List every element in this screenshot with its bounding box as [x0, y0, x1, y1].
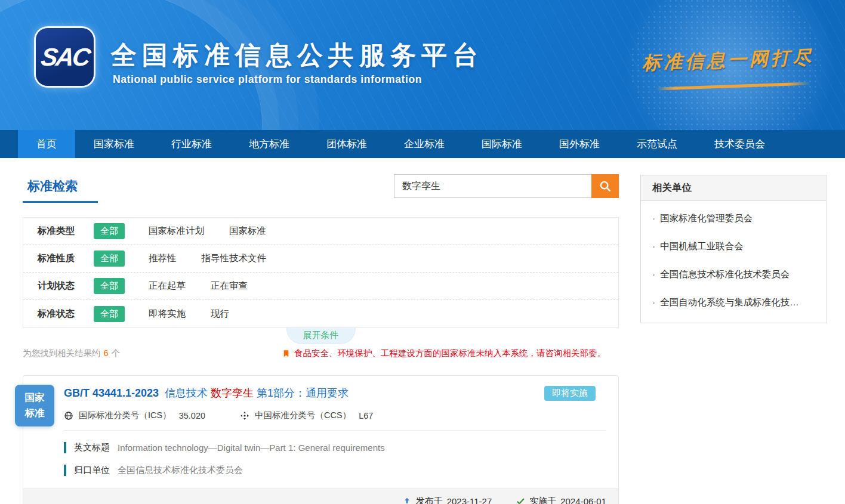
page-title: 标准检索	[23, 173, 78, 194]
filter-option[interactable]: 即将实施	[149, 308, 186, 320]
card-meta-row: 国际标准分类号（ICS） 35.020 中国标准分	[64, 410, 606, 421]
filter-option[interactable]: 正在起草	[149, 280, 186, 292]
nav-tab-2[interactable]: 国家标准	[75, 130, 153, 158]
sidebar-item[interactable]: 全国信息技术标准化技术委员会	[641, 261, 826, 289]
committee-value: 全国信息技术标准化技术委员会	[118, 465, 243, 476]
nav-tab-9[interactable]: 示范试点	[618, 130, 696, 158]
sidebar-item[interactable]: 国家标准化管理委员会	[641, 205, 826, 233]
filter-row: 标准性质全部推荐性指导性技术文件	[23, 245, 618, 273]
nav-tab-7[interactable]: 国际标准	[463, 130, 541, 158]
ccs-value: L67	[359, 411, 373, 420]
english-title-value: Information technology—Digital twin—Part…	[118, 443, 385, 453]
nav-tab-4[interactable]: 地方标准	[230, 130, 308, 158]
standard-title-link[interactable]: GB/T 43441.1-2023信息技术数字孪生第1部分：通用要求	[64, 386, 351, 400]
left-column: 标准检索 标准类型全部国家标准计划国家标准标准性质全部推荐性指导性技术文件计划状…	[23, 173, 619, 504]
site-subtitle: National public service platform for sta…	[113, 73, 422, 86]
publish-upload-icon	[402, 497, 412, 504]
search-button[interactable]	[591, 174, 619, 198]
filter-option[interactable]: 指导性技术文件	[202, 252, 267, 265]
filter-option[interactable]: 国家标准计划	[149, 225, 204, 237]
sac-logo[interactable]: SAC	[36, 28, 94, 86]
globe-icon	[64, 411, 73, 420]
summary-suffix: 个	[112, 348, 121, 358]
search-input[interactable]	[394, 174, 591, 198]
type-badge-line2: 标准	[25, 406, 45, 421]
card-divider	[64, 430, 606, 431]
expand-conditions-button[interactable]: 展开条件	[286, 328, 356, 344]
page: SAC 全国标准信息公共服务平台 National public service…	[0, 0, 845, 504]
sidebar-item[interactable]: 全国自动化系统与集成标准化技…	[641, 289, 826, 317]
nav-tab-1[interactable]: 首页	[18, 130, 75, 158]
notice-text: 食品安全、环境保护、工程建设方面的国家标准未纳入本系统，请咨询相关部委。	[294, 348, 606, 359]
nav-tab-3[interactable]: 行业标准	[153, 130, 230, 158]
title-part2: 第1部分：通用要求	[257, 387, 349, 399]
summary-prefix: 为您找到相关结果约	[23, 348, 101, 358]
sidebar-list: 国家标准化管理委员会中国机械工业联合会全国信息技术标准化技术委员会全国自动化系统…	[641, 201, 826, 323]
header-banner: SAC 全国标准信息公共服务平台 National public service…	[0, 0, 845, 130]
nav-tab-5[interactable]: 团体标准	[308, 130, 386, 158]
filter-label: 标准状态	[38, 308, 94, 320]
committee-label: 归口单位	[74, 465, 110, 476]
filter-row: 计划状态全部正在起草正在审查	[23, 273, 618, 300]
filter-selected-badge[interactable]: 全部	[94, 223, 125, 239]
filter-label: 计划状态	[38, 280, 94, 292]
filter-selected-badge[interactable]: 全部	[94, 306, 125, 322]
english-title-label: 英文标题	[74, 442, 110, 453]
standard-type-badge: 国家 标准	[15, 385, 54, 426]
nav-bar: 首页国家标准行业标准地方标准团体标准企业标准国际标准国外标准示范试点技术委员会	[0, 130, 845, 158]
search-box	[394, 174, 619, 198]
site-title: 全国标准信息公共服务平台	[111, 38, 483, 73]
card-footer: 发布于 2023-11-27 实施于 2024-06-01	[23, 488, 618, 504]
detail-bar-icon	[64, 442, 66, 453]
ccs-label: 中国标准分类号（CCS）	[255, 410, 351, 421]
english-title-row: 英文标题 Information technology—Digital twin…	[64, 442, 606, 453]
card-titlebar: GB/T 43441.1-2023信息技术数字孪生第1部分：通用要求 即将实施	[64, 386, 606, 401]
ics-value: 35.020	[179, 411, 205, 420]
implemented-label: 实施于	[529, 496, 556, 504]
implement-check-icon	[516, 497, 525, 504]
filter-box: 标准类型全部国家标准计划国家标准标准性质全部推荐性指导性技术文件计划状态全部正在…	[23, 217, 619, 328]
card-body: GB/T 43441.1-2023信息技术数字孪生第1部分：通用要求 即将实施	[23, 376, 618, 476]
detail-bar-icon	[64, 465, 66, 476]
filter-option[interactable]: 现行	[211, 308, 229, 320]
sac-logo-text: SAC	[39, 43, 90, 72]
main-content: 标准检索 标准类型全部国家标准计划国家标准标准性质全部推荐性指导性技术文件计划状…	[0, 158, 845, 504]
implemented-date-item: 实施于 2024-06-01	[516, 496, 606, 504]
system-notice: 食品安全、环境保护、工程建设方面的国家标准未纳入本系统，请咨询相关部委。	[282, 348, 619, 359]
sidebar-item[interactable]: 中国机械工业联合会	[641, 233, 826, 261]
filter-label: 标准类型	[38, 225, 94, 237]
standard-code: GB/T 43441.1-2023	[64, 387, 159, 399]
published-label: 发布于	[416, 496, 443, 504]
ics-meta: 国际标准分类号（ICS） 35.020	[64, 410, 205, 421]
related-units-panel: 相关单位 国家标准化管理委员会中国机械工业联合会全国信息技术标准化技术委员会全国…	[640, 175, 827, 323]
filter-option[interactable]: 国家标准	[229, 225, 266, 237]
published-date: 2023-11-27	[447, 496, 492, 504]
related-units-title: 相关单位	[641, 175, 826, 201]
result-card: 国家 标准 GB/T 43441.1-2023信息技术数字孪生第1部分：通用要求…	[23, 375, 619, 504]
filter-selected-badge[interactable]: 全部	[94, 251, 125, 267]
expand-wrap: 展开条件	[23, 328, 619, 344]
nav-tab-6[interactable]: 企业标准	[386, 130, 463, 158]
type-badge-line1: 国家	[25, 390, 45, 406]
title-highlight: 数字孪生	[211, 387, 254, 399]
filter-row: 标准类型全部国家标准计划国家标准	[23, 218, 618, 245]
status-badge: 即将实施	[544, 386, 596, 401]
results-summary-row: 为您找到相关结果约6个 食品安全、环境保护、工程建设方面的国家标准未纳入本系统，…	[23, 348, 619, 359]
committee-row: 归口单位 全国信息技术标准化技术委员会	[64, 465, 606, 476]
published-date-item: 发布于 2023-11-27	[402, 496, 492, 504]
bookmark-icon	[282, 349, 290, 358]
results-count: 6	[104, 348, 109, 358]
filter-option[interactable]: 正在审查	[211, 280, 248, 292]
ccs-meta: 中国标准分类号（CCS） L67	[240, 410, 373, 421]
compass-icon	[240, 411, 249, 420]
filter-selected-badge[interactable]: 全部	[94, 278, 125, 294]
filter-option[interactable]: 推荐性	[149, 252, 177, 265]
filter-row: 标准状态全部即将实施现行	[23, 300, 618, 327]
nav-tab-10[interactable]: 技术委员会	[696, 130, 784, 158]
implemented-date: 2024-06-01	[560, 496, 606, 504]
ics-label: 国际标准分类号（ICS）	[79, 410, 171, 421]
search-section: 标准检索	[23, 173, 619, 209]
title-part1: 信息技术	[165, 387, 208, 399]
search-icon	[599, 180, 612, 193]
nav-tab-8[interactable]: 国外标准	[541, 130, 618, 158]
